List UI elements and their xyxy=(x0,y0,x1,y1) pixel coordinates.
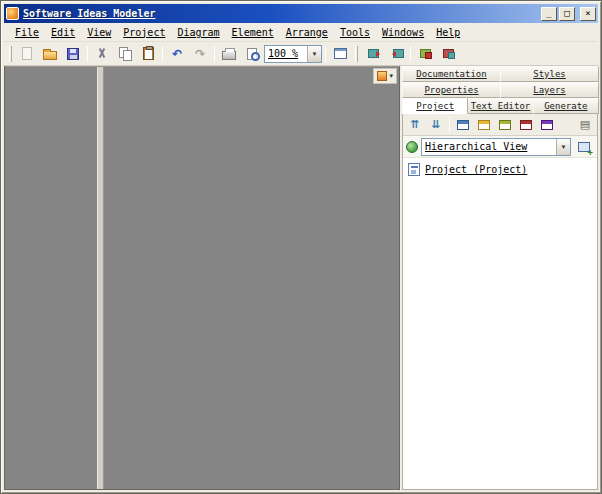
group-icon xyxy=(420,49,431,58)
toolbar-separator xyxy=(325,46,326,62)
save-icon xyxy=(67,48,79,60)
copy-button[interactable] xyxy=(114,44,136,64)
diagram-canvas[interactable]: ▾ xyxy=(4,66,400,490)
diagram-red-icon xyxy=(520,120,532,130)
menu-windows[interactable]: Windows xyxy=(376,25,430,40)
diagram-purple-icon xyxy=(541,120,553,130)
add-view-button[interactable] xyxy=(574,138,594,156)
menu-file[interactable]: File xyxy=(9,25,45,40)
main-toolbar: ↶ ↷ 100 % ▼ xyxy=(4,42,598,66)
tab-styles[interactable]: Styles xyxy=(500,66,599,82)
view-mode-value: Hierarchical View xyxy=(422,141,556,152)
redo-button[interactable]: ↷ xyxy=(189,44,211,64)
toolbar-separator xyxy=(214,46,215,62)
diagram-filter-blue-button[interactable] xyxy=(453,116,473,134)
app-icon xyxy=(6,7,19,20)
tab-label: Generate xyxy=(544,101,587,111)
tree-expand-all-button[interactable]: ⇊ xyxy=(426,116,446,134)
tab-text-editor[interactable]: Text Editor xyxy=(467,98,533,114)
save-button[interactable] xyxy=(62,44,84,64)
page-icon xyxy=(377,71,387,81)
project-icon xyxy=(408,163,420,176)
cut-icon xyxy=(96,47,108,60)
tab-label: Properties xyxy=(424,85,478,95)
diagram-olive-icon xyxy=(499,120,511,130)
new-document-button[interactable] xyxy=(16,44,38,64)
menu-help[interactable]: Help xyxy=(430,25,466,40)
menu-project[interactable]: Project xyxy=(117,25,171,40)
tree-item-project[interactable]: Project (Project) xyxy=(406,162,594,177)
fit-page-icon xyxy=(334,48,347,59)
bring-forward-icon xyxy=(368,49,379,58)
menubar: File Edit View Project Diagram Element A… xyxy=(4,23,598,42)
collapse-all-icon: ⇈ xyxy=(410,119,419,130)
print-button[interactable] xyxy=(218,44,240,64)
print-preview-button[interactable] xyxy=(241,44,263,64)
view-selector-row: Hierarchical View ▼ xyxy=(403,136,597,158)
tab-documentation[interactable]: Documentation xyxy=(402,66,501,82)
redo-icon: ↷ xyxy=(195,48,205,60)
menu-arrange[interactable]: Arrange xyxy=(280,25,334,40)
project-toolbar: ⇈ ⇊ ▤ xyxy=(403,114,597,136)
menu-tools[interactable]: Tools xyxy=(334,25,376,40)
window-title: Software Ideas Modeler xyxy=(23,8,537,19)
zoom-select[interactable]: 100 % ▼ xyxy=(264,45,322,63)
right-panel: Documentation Styles Properties Layers P… xyxy=(400,66,598,490)
group-button[interactable] xyxy=(414,44,436,64)
tab-generate[interactable]: Generate xyxy=(533,98,599,114)
tab-label: Project xyxy=(416,101,454,111)
diagram-filter-yellow-button[interactable] xyxy=(474,116,494,134)
cut-button[interactable] xyxy=(91,44,113,64)
tab-layers[interactable]: Layers xyxy=(500,82,599,98)
fit-page-button[interactable] xyxy=(329,44,351,64)
tree-collapse-all-button[interactable]: ⇈ xyxy=(405,116,425,134)
menu-diagram[interactable]: Diagram xyxy=(171,25,225,40)
toolbar-grip-2[interactable] xyxy=(355,46,358,62)
tab-properties[interactable]: Properties xyxy=(402,82,501,98)
menu-edit[interactable]: Edit xyxy=(45,25,81,40)
paste-button[interactable] xyxy=(137,44,159,64)
expand-all-icon: ⇊ xyxy=(431,119,440,130)
panel-menu-button[interactable]: ▤ xyxy=(575,116,595,134)
ungroup-button[interactable] xyxy=(437,44,459,64)
zoom-dropdown-button[interactable]: ▼ xyxy=(307,46,321,62)
diagram-filter-red-button[interactable] xyxy=(516,116,536,134)
dropdown-arrow-icon: ▾ xyxy=(389,72,393,80)
content-area: ▾ Documentation Styles Properties Layers… xyxy=(4,66,598,490)
project-tree[interactable]: Project (Project) xyxy=(403,158,597,489)
menu-element[interactable]: Element xyxy=(226,25,280,40)
titlebar[interactable]: Software Ideas Modeler _ □ × xyxy=(4,4,598,23)
zoom-value: 100 % xyxy=(265,48,307,59)
send-backward-button[interactable] xyxy=(385,44,407,64)
add-view-icon xyxy=(578,142,590,152)
tab-row-2: Properties Layers xyxy=(402,82,598,98)
undo-button[interactable]: ↶ xyxy=(166,44,188,64)
toolbar-separator xyxy=(87,46,88,62)
view-mode-select[interactable]: Hierarchical View ▼ xyxy=(421,138,571,156)
panel-splitter[interactable] xyxy=(97,67,104,489)
dropdown-arrow-icon: ▼ xyxy=(561,144,567,150)
bring-forward-button[interactable] xyxy=(362,44,384,64)
view-dropdown-button[interactable]: ▼ xyxy=(556,139,570,155)
tab-label: Styles xyxy=(533,69,566,79)
tab-row-1: Documentation Styles xyxy=(402,66,598,82)
copy-icon xyxy=(119,47,132,60)
open-button[interactable] xyxy=(39,44,61,64)
maximize-button[interactable]: □ xyxy=(559,7,575,21)
menu-view[interactable]: View xyxy=(81,25,117,40)
minimize-button[interactable]: _ xyxy=(541,7,557,21)
project-panel: ⇈ ⇊ ▤ Hierarchical View ▼ xyxy=(402,114,598,490)
print-icon xyxy=(222,51,236,60)
print-preview-icon xyxy=(247,48,257,60)
tab-label: Layers xyxy=(533,85,566,95)
close-button[interactable]: × xyxy=(580,7,596,21)
diagram-filter-olive-button[interactable] xyxy=(495,116,515,134)
tab-project[interactable]: Project xyxy=(402,98,468,114)
diagram-filter-purple-button[interactable] xyxy=(537,116,557,134)
new-document-icon xyxy=(22,47,32,60)
tab-label: Documentation xyxy=(416,69,486,79)
toolbar-separator xyxy=(449,117,450,133)
dropdown-arrow-icon: ▼ xyxy=(312,51,318,57)
toolbar-grip[interactable] xyxy=(9,46,12,62)
page-options-button[interactable]: ▾ xyxy=(373,68,397,84)
